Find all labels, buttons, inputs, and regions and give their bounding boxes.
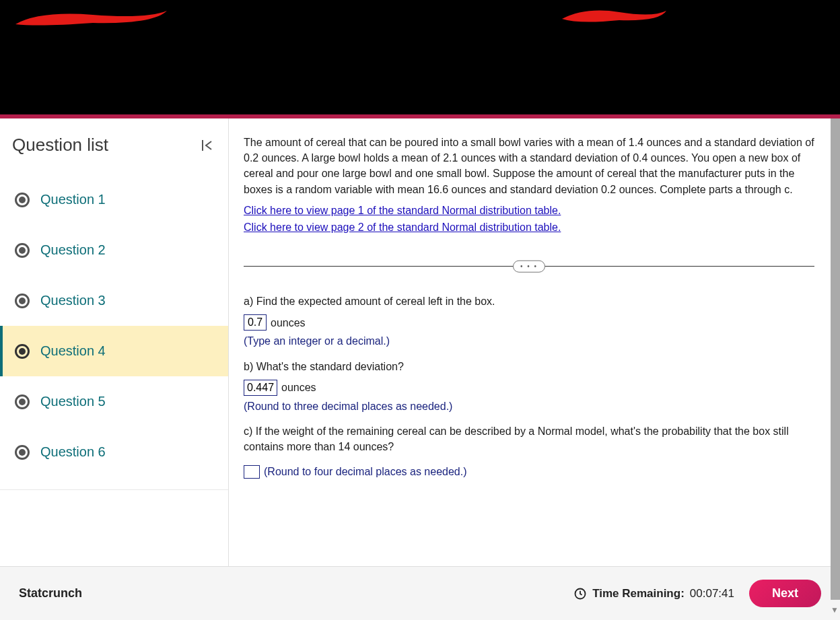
radio-icon bbox=[15, 344, 30, 359]
ellipsis-icon[interactable]: • • • bbox=[513, 260, 545, 273]
part-a-input[interactable] bbox=[244, 314, 267, 331]
radio-icon bbox=[15, 445, 30, 460]
question-item-label: Question 4 bbox=[40, 343, 106, 359]
part-a-unit: ounces bbox=[271, 315, 306, 331]
part-b-hint: (Round to three decimal places as needed… bbox=[244, 399, 814, 414]
question-item-5[interactable]: Question 5 bbox=[0, 376, 228, 427]
question-list: Question 1Question 2Question 3Question 4… bbox=[0, 174, 228, 477]
footer: Statcrunch Time Remaining: 00:07:41 Next bbox=[0, 566, 840, 620]
part-c-hint: (Round to four decimal places as needed.… bbox=[264, 464, 467, 479]
radio-icon bbox=[15, 294, 30, 308]
content-divider: • • • bbox=[244, 266, 814, 267]
part-c: c) If the weight of the remaining cereal… bbox=[244, 423, 814, 480]
table-link-2[interactable]: Click here to view page 2 of the standar… bbox=[244, 219, 814, 235]
radio-icon bbox=[15, 394, 30, 409]
question-item-label: Question 2 bbox=[40, 242, 106, 258]
radio-icon bbox=[15, 243, 30, 258]
top-banner bbox=[0, 0, 840, 114]
part-a-prompt: a) Find the expected amount of cereal le… bbox=[244, 294, 814, 309]
question-item-2[interactable]: Question 2 bbox=[0, 225, 228, 275]
collapse-sidebar-icon[interactable] bbox=[199, 137, 216, 154]
question-item-6[interactable]: Question 6 bbox=[0, 427, 228, 477]
sidebar-divider bbox=[0, 489, 228, 490]
part-a: a) Find the expected amount of cereal le… bbox=[244, 294, 814, 349]
question-item-label: Question 1 bbox=[40, 192, 106, 207]
clock-icon bbox=[573, 587, 587, 600]
time-value: 00:07:41 bbox=[690, 587, 734, 600]
sidebar: Question list Question 1Question 2Questi… bbox=[0, 118, 229, 566]
part-b: b) What's the standard deviation? ounces… bbox=[244, 359, 814, 414]
redaction-mark-right bbox=[559, 4, 673, 28]
question-item-4[interactable]: Question 4 bbox=[0, 326, 228, 376]
redaction-mark-left bbox=[12, 5, 174, 32]
scroll-down-icon[interactable]: ▼ bbox=[831, 605, 839, 615]
time-label: Time Remaining: bbox=[592, 587, 685, 600]
next-button[interactable]: Next bbox=[749, 580, 821, 607]
question-item-1[interactable]: Question 1 bbox=[0, 174, 228, 225]
question-item-3[interactable]: Question 3 bbox=[0, 275, 228, 326]
time-remaining: Time Remaining: 00:07:41 bbox=[573, 587, 734, 600]
part-a-hint: (Type an integer or a decimal.) bbox=[244, 333, 814, 349]
sidebar-title: Question list bbox=[12, 135, 108, 156]
statcrunch-button[interactable]: Statcrunch bbox=[19, 586, 82, 600]
question-item-label: Question 6 bbox=[40, 444, 106, 460]
question-content: The amount of cereal that can be poured … bbox=[229, 118, 829, 566]
question-intro: The amount of cereal that can be poured … bbox=[244, 135, 814, 197]
radio-icon bbox=[15, 193, 30, 207]
sidebar-header: Question list bbox=[0, 118, 228, 174]
scrollbar[interactable] bbox=[831, 118, 840, 600]
main-area: Question list Question 1Question 2Questi… bbox=[0, 118, 840, 620]
question-item-label: Question 3 bbox=[40, 293, 106, 308]
question-item-label: Question 5 bbox=[40, 394, 106, 409]
table-link-1[interactable]: Click here to view page 1 of the standar… bbox=[244, 203, 814, 218]
part-b-unit: ounces bbox=[281, 380, 316, 395]
part-c-input[interactable] bbox=[244, 465, 260, 479]
part-c-prompt: c) If the weight of the remaining cereal… bbox=[244, 423, 814, 454]
part-b-input[interactable] bbox=[244, 380, 277, 396]
part-b-prompt: b) What's the standard deviation? bbox=[244, 359, 814, 374]
